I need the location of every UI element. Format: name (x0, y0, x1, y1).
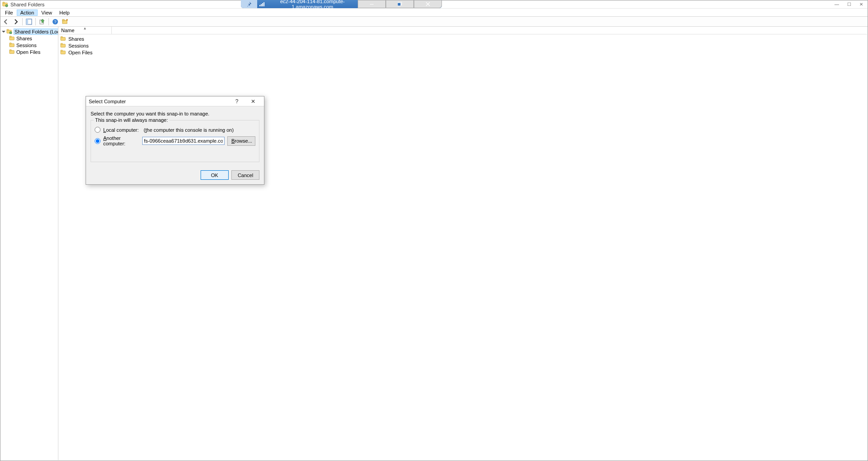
svg-rect-18 (7, 29, 9, 30)
list-item-label: Open Files (68, 50, 92, 55)
help-icon[interactable]: ? (51, 17, 60, 26)
rdp-host-label: ec2-44-204-114-81.compute-1.amazonaws.co… (267, 0, 358, 10)
svg-rect-8 (3, 2, 5, 3)
svg-rect-29 (61, 43, 62, 44)
svg-rect-27 (61, 36, 62, 38)
column-header-name[interactable]: ▲ Name (58, 27, 112, 34)
list-item[interactable]: Sessions (58, 42, 867, 49)
collapse-icon[interactable] (2, 29, 5, 34)
svg-rect-31 (61, 50, 62, 51)
folder-share-icon (9, 42, 15, 48)
menu-action[interactable]: Action (17, 10, 38, 16)
folder-share-icon (9, 49, 15, 55)
groupbox-title: This snap-in will always manage: (94, 117, 169, 123)
app-icon (2, 1, 9, 8)
dialog-instruction: Select the computer you want this snap-i… (91, 111, 259, 116)
tree-item-sessions[interactable]: Sessions (9, 42, 57, 48)
cancel-button[interactable]: Cancel (231, 170, 259, 180)
groupbox-snapin-target: This snap-in will always manage: Local c… (91, 120, 259, 162)
tree-pane: Shared Folders (Local) Shares Sessions O… (1, 27, 58, 460)
signal-icon (257, 2, 267, 6)
minimize-icon[interactable] (358, 0, 386, 8)
radio-local-computer[interactable]: Local computer: (the computer this conso… (95, 127, 255, 133)
list-item[interactable]: Open Files (58, 49, 867, 56)
radio-another-input[interactable] (95, 138, 101, 144)
back-icon[interactable] (1, 17, 10, 26)
app-minimize-icon[interactable]: — (834, 2, 839, 7)
tree-item-label: Sessions (16, 43, 37, 48)
menubar: File Action View Help (0, 9, 868, 17)
svg-rect-3 (264, 2, 264, 6)
svg-rect-4 (370, 4, 374, 5)
restore-icon[interactable] (386, 0, 414, 8)
tree-root[interactable]: Shared Folders (Local) (2, 28, 57, 35)
svg-rect-11 (26, 19, 28, 24)
tree-item-openfiles[interactable]: Open Files (9, 48, 57, 55)
separator-icon (48, 18, 49, 25)
radio-local-input[interactable] (95, 127, 101, 133)
tree-item-label: Open Files (16, 49, 40, 55)
pin-icon[interactable] (241, 0, 257, 8)
tree-item-shares[interactable]: Shares (9, 35, 57, 42)
shared-folders-window: Shared Folders — ☐ ✕ File Action View He… (0, 0, 868, 461)
radio-another-label: Another computer: (103, 135, 131, 146)
app-close-icon[interactable]: ✕ (859, 2, 863, 7)
dialog-title: Select Computer (89, 99, 126, 104)
svg-rect-6 (398, 3, 401, 6)
app-title: Shared Folders (10, 2, 44, 7)
separator-icon (35, 18, 36, 25)
menu-view[interactable]: View (38, 10, 56, 16)
dialog-help-icon[interactable]: ? (229, 96, 245, 106)
column-header-label: Name (61, 28, 74, 33)
svg-rect-16 (62, 19, 64, 21)
new-share-icon[interactable] (61, 17, 70, 26)
list-pane: ▲ Name Shares Sessions Open Files (58, 27, 867, 460)
folder-share-icon (60, 36, 67, 42)
tree-root-label: Shared Folders (Local) (14, 29, 58, 35)
ok-button[interactable]: OK (201, 170, 229, 180)
svg-text:?: ? (54, 19, 56, 24)
list-header: ▲ Name (58, 27, 867, 34)
svg-rect-1 (261, 4, 262, 6)
svg-rect-25 (10, 49, 11, 51)
svg-rect-23 (10, 43, 11, 44)
list-item-label: Shares (68, 36, 84, 42)
browse-button[interactable]: Browse... (227, 136, 255, 146)
svg-rect-0 (259, 5, 260, 6)
rdp-connection-bar: ec2-44-204-114-81.compute-1.amazonaws.co… (241, 0, 442, 8)
separator-icon (22, 18, 23, 25)
svg-rect-21 (10, 36, 11, 37)
radio-another-computer[interactable]: Another computer: (95, 135, 131, 146)
app-maximize-icon[interactable]: ☐ (847, 2, 851, 7)
radio-local-label: Local computer: (103, 127, 139, 133)
toolbar: ? (0, 17, 868, 27)
folder-icon (6, 29, 13, 35)
radio-local-desc: (the computer this console is running on… (144, 127, 234, 133)
dialog-close-icon[interactable]: ✕ (245, 96, 261, 106)
dialog-titlebar: Select Computer ? ✕ (86, 96, 264, 106)
folder-share-icon (9, 35, 15, 42)
menu-file[interactable]: File (1, 10, 17, 16)
folder-share-icon (60, 49, 67, 56)
folder-share-icon (60, 43, 67, 49)
svg-point-9 (5, 4, 8, 6)
another-computer-input[interactable] (142, 137, 225, 145)
show-hide-tree-icon[interactable] (24, 17, 34, 26)
tree-item-label: Shares (16, 36, 32, 41)
list-item[interactable]: Shares (58, 35, 867, 42)
sort-asc-icon: ▲ (83, 26, 87, 30)
close-icon[interactable] (414, 0, 442, 8)
list-item-label: Sessions (68, 43, 89, 48)
export-list-icon[interactable] (38, 17, 47, 26)
svg-rect-2 (262, 3, 263, 6)
select-computer-dialog: Select Computer ? ✕ Select the computer … (86, 96, 264, 185)
forward-icon[interactable] (11, 17, 20, 26)
svg-point-19 (10, 31, 12, 34)
menu-help[interactable]: Help (56, 10, 73, 16)
